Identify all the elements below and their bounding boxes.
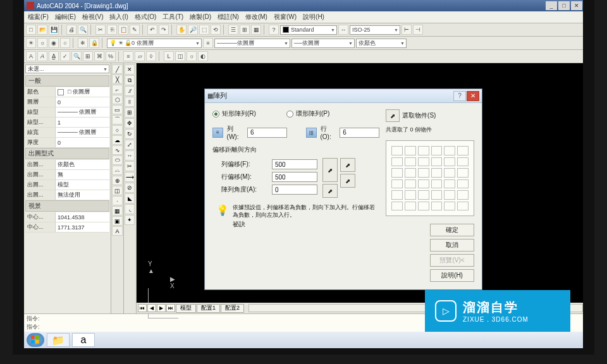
3d-icon[interactable]: ◫ (175, 51, 185, 61)
zoom-icon[interactable]: 🔎 (188, 25, 198, 35)
menu-tools[interactable]: 工具(T) (162, 13, 183, 21)
layeriso-icon[interactable]: ◉ (49, 38, 59, 48)
ok-button[interactable]: 確定 (430, 224, 474, 236)
menu-help[interactable]: 說明(H) (303, 13, 324, 21)
offset-icon[interactable]: ⫴ (125, 97, 135, 107)
ellipse-icon[interactable]: ⬭ (112, 155, 123, 165)
pick-both-icon[interactable]: ⬈ (322, 158, 338, 182)
tab-first-icon[interactable]: ⏮ (138, 304, 147, 312)
start-button[interactable] (27, 333, 44, 347)
dimstyle-combo[interactable]: ISO-25 (350, 25, 400, 35)
redo-icon[interactable]: ↷ (159, 25, 169, 35)
region2-icon[interactable]: ▣ (112, 216, 123, 226)
scale-icon[interactable]: % (106, 51, 116, 61)
prop-lineweight-value[interactable]: ───── 依圖層 (56, 128, 109, 137)
extend-icon[interactable]: ⟶ (125, 172, 135, 182)
menu-edit[interactable]: 編輯(E) (55, 13, 76, 21)
stretch-icon[interactable]: ↔ (125, 150, 135, 161)
arc-icon[interactable]: ⌒ (112, 115, 123, 124)
menu-dimension[interactable]: 標註(N) (218, 13, 239, 21)
tab-last-icon[interactable]: ⏭ (166, 304, 175, 312)
maximize-button[interactable]: □ (558, 1, 570, 10)
pick-row-icon[interactable]: ⬈ (340, 158, 355, 172)
col-offset-input[interactable]: 500 (272, 172, 317, 182)
layerprops-icon[interactable]: ≡ (203, 38, 213, 48)
dim2-icon[interactable]: ⊣ (413, 25, 423, 35)
text-icon[interactable]: A (112, 226, 123, 236)
cancel-button[interactable]: 取消 (430, 239, 474, 252)
menu-file[interactable]: 檔案(F) (28, 13, 49, 21)
copy2-icon[interactable]: ⧉ (125, 75, 135, 85)
palette-section-general[interactable]: 一般 (25, 75, 109, 87)
properties-icon[interactable]: ☰ (228, 25, 238, 35)
close-button[interactable]: ✕ (571, 1, 582, 10)
toolpalette-icon[interactable]: ▦ (251, 25, 261, 35)
match-icon[interactable]: ✎ (130, 25, 140, 35)
cols-input[interactable]: 6 (340, 128, 379, 138)
copy-icon[interactable]: ⎘ (107, 25, 117, 35)
trim-icon[interactable]: ✂ (125, 161, 135, 171)
dist-icon[interactable]: ≡ (123, 51, 133, 61)
new-icon[interactable]: □ (26, 25, 36, 35)
dialog-help-icon[interactable]: ? (453, 91, 466, 101)
circle-icon[interactable]: ○ (112, 125, 123, 135)
print-icon[interactable]: 🖨 (66, 25, 77, 35)
menu-view[interactable]: 檢視(V) (82, 13, 103, 21)
layerlock-icon[interactable]: 🔒 (89, 38, 99, 48)
prop-linetype-value[interactable]: ───── 依圖層 (56, 107, 109, 117)
find-icon[interactable]: 🔍 (71, 51, 82, 61)
scale2-icon[interactable]: ⤢ (125, 140, 135, 150)
revcloud-icon[interactable]: ☁ (112, 135, 123, 145)
render-icon[interactable]: ☼ (187, 51, 197, 61)
point-icon[interactable]: · (112, 196, 123, 205)
pan-icon[interactable]: ✋ (176, 25, 187, 35)
select-objects-button[interactable]: 選取物件(S) (402, 111, 436, 120)
textAI-icon[interactable]: A (37, 51, 47, 61)
preview-icon[interactable]: 🔍 (78, 25, 88, 35)
zoomprev-icon[interactable]: ⟲ (211, 25, 221, 35)
polar-array-radio[interactable]: 環形陣列(P) (286, 109, 329, 118)
rows-input[interactable]: 6 (247, 128, 287, 138)
rectangle-icon[interactable]: ▭ (112, 105, 123, 114)
pick-angle-icon[interactable]: ⬈ (322, 184, 338, 198)
pick-col-icon[interactable]: ⬈ (340, 174, 355, 188)
layer-combo[interactable]: 💡 ☀ 🔓 0 依圖層 (107, 39, 202, 48)
textA-icon[interactable]: A (26, 51, 36, 61)
undo-icon[interactable]: ↶ (147, 25, 157, 35)
ucs-icon[interactable]: L (164, 51, 174, 61)
erase-icon[interactable]: ✕ (125, 64, 135, 75)
dim1-icon[interactable]: ⊢ (402, 25, 412, 35)
linetype-combo[interactable]: ───── 依圖層 (214, 39, 290, 48)
fillet-icon[interactable]: ◟ (125, 204, 135, 214)
layerfreeze-icon[interactable]: ❄ (78, 38, 88, 48)
move-icon[interactable]: ✥ (125, 118, 135, 128)
insert-icon[interactable]: ⊕ (112, 176, 123, 185)
menu-draw[interactable]: 繪製(D) (190, 13, 211, 21)
rect-array-radio[interactable]: 矩形陣列(R) (212, 109, 256, 118)
prop-color-value[interactable]: □ 依圖層 (56, 87, 109, 97)
help-button[interactable]: 說明(H) (430, 269, 474, 282)
preview-button[interactable]: 預覽(V)< (430, 254, 474, 267)
hide-icon[interactable]: ◐ (198, 51, 208, 61)
layerprev-icon[interactable]: ☼ (37, 38, 47, 48)
row-offset-input[interactable]: 500 (272, 159, 317, 169)
hatch-icon[interactable]: ▦ (112, 206, 123, 215)
paste-icon[interactable]: 📋 (118, 25, 128, 35)
lineweight-combo[interactable]: ── 依圖層 (291, 39, 355, 48)
mirror-icon[interactable]: ⫽ (125, 86, 135, 96)
angle-input[interactable]: 0 (272, 185, 317, 195)
menu-modify[interactable]: 修改(M) (245, 13, 267, 21)
tab-layout1[interactable]: 配置1 (197, 304, 220, 313)
break-icon[interactable]: ⊘ (125, 183, 135, 193)
area-icon[interactable]: ▱ (135, 51, 145, 61)
rotate-icon[interactable]: ↻ (125, 129, 135, 139)
menu-insert[interactable]: 插入(I) (109, 13, 128, 21)
table-icon[interactable]: ⊞ (83, 51, 93, 61)
help-icon[interactable]: ? (269, 25, 279, 35)
dim-icon[interactable]: ↔ (338, 25, 348, 35)
chamfer-icon[interactable]: ◣ (125, 193, 135, 203)
tab-next-icon[interactable]: ▶ (157, 304, 166, 312)
menu-format[interactable]: 格式(O) (135, 13, 156, 21)
palette-section-view[interactable]: 視景 (25, 200, 109, 212)
layeroff-icon[interactable]: ○ (60, 38, 70, 48)
